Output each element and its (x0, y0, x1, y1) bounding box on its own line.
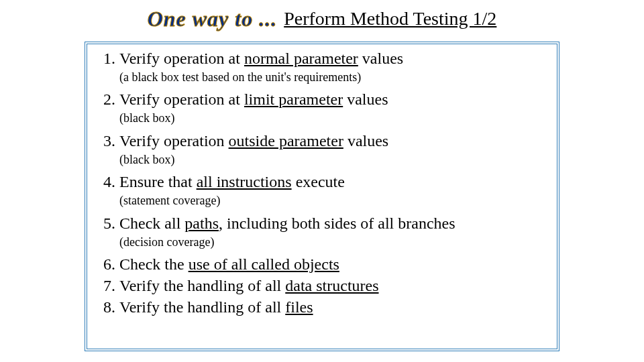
slide-page: One way to ... Perform Method Testing 1/… (0, 0, 644, 362)
item-text-a: Check the (119, 255, 189, 273)
item-text-a: Verify the handling of all (119, 298, 285, 316)
list-item: Verify the handling of all files (119, 297, 551, 317)
content-box: Verify operation at normal parameter val… (85, 42, 559, 351)
item-note: (decision coverage) (119, 235, 551, 250)
item-text-b: values (343, 132, 388, 149)
item-text-underline: data structures (285, 277, 378, 294)
item-text-a: Verify operation at (119, 50, 244, 67)
list-item: Verify the handling of all data structur… (119, 276, 551, 296)
item-note: (black box) (119, 152, 551, 168)
list-item: Ensure that all instructions execute (st… (119, 172, 551, 208)
list-item: Verify operation outside parameter value… (119, 131, 551, 168)
slide-title: Perform Method Testing 1/2 (284, 8, 496, 29)
item-text-underline: normal parameter (244, 50, 358, 67)
item-text-underline: outside parameter (229, 132, 343, 149)
list-item: Verify operation at normal parameter val… (119, 48, 551, 85)
item-text-underline: files (285, 298, 313, 316)
item-note: (a black box test based on the unit's re… (119, 70, 551, 85)
item-note: (statement coverage) (119, 193, 551, 208)
item-text-underline: paths (184, 215, 219, 232)
item-text-b: values (358, 50, 403, 67)
item-note: (black box) (119, 111, 551, 126)
item-text-a: Check all (119, 215, 184, 232)
method-testing-list: Verify operation at normal parameter val… (93, 48, 551, 317)
item-text-a: Verify the handling of all (119, 277, 285, 294)
list-item: Check the use of all called objects (119, 254, 551, 274)
item-text-a: Verify operation at (119, 90, 244, 108)
item-text-underline: limit parameter (244, 90, 343, 108)
header-prefix-art: One way to ... (148, 7, 278, 31)
item-text-b: execute (292, 173, 345, 190)
list-item: Verify operation at limit parameter valu… (119, 89, 551, 126)
item-text-b: , including both sides of all branches (219, 215, 455, 232)
slide-header: One way to ... Perform Method Testing 1/… (0, 7, 644, 32)
item-text-underline: use of all called objects (189, 255, 339, 273)
item-text-underline: all instructions (197, 173, 292, 190)
item-text-b: values (343, 90, 388, 108)
item-text-a: Verify operation (119, 132, 229, 149)
item-text-a: Ensure that (119, 173, 197, 190)
list-item: Check all paths, including both sides of… (119, 213, 551, 250)
